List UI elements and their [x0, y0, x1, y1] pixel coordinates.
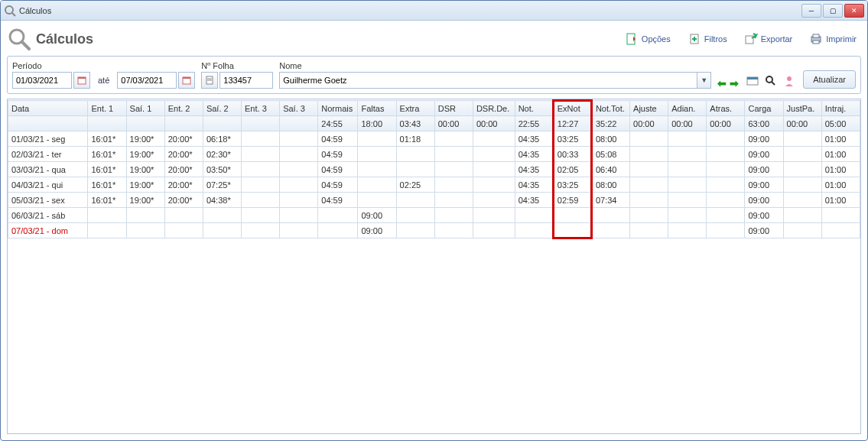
column-header[interactable]: JustPa. — [783, 101, 821, 116]
table-row[interactable]: 02/03/21 - ter16:01*19:00*20:00*02:30*04… — [8, 147, 860, 162]
atualizar-button[interactable]: Atualizar — [803, 70, 856, 89]
column-header[interactable]: Ajuste — [630, 101, 668, 116]
nome-dropdown-button[interactable]: ▼ — [697, 72, 711, 89]
table-cell[interactable] — [668, 208, 707, 223]
table-cell[interactable] — [591, 208, 629, 223]
table-cell[interactable] — [396, 223, 434, 238]
table-cell[interactable]: 09:00 — [745, 193, 783, 208]
table-cell[interactable] — [707, 147, 745, 162]
column-header[interactable]: Ent. 3 — [242, 101, 280, 116]
table-cell[interactable] — [668, 223, 707, 238]
table-cell[interactable]: 16:01* — [88, 147, 126, 162]
table-cell[interactable]: 09:00 — [745, 147, 783, 162]
table-cell[interactable] — [88, 223, 126, 238]
imprimir-button[interactable]: Imprimir — [805, 29, 861, 49]
table-cell[interactable] — [630, 131, 668, 147]
table-cell[interactable] — [358, 162, 396, 177]
table-cell[interactable]: 02/03/21 - ter — [8, 147, 88, 162]
card-icon-button[interactable] — [745, 73, 760, 89]
table-cell[interactable]: 00:33 — [553, 147, 591, 162]
table-cell[interactable]: 07/03/21 - dom — [8, 223, 88, 238]
table-cell[interactable] — [783, 193, 821, 208]
table-cell[interactable] — [396, 147, 434, 162]
column-header[interactable]: Saí. 1 — [126, 101, 164, 116]
table-cell[interactable] — [280, 223, 318, 238]
table-cell[interactable]: 01:00 — [821, 177, 860, 193]
table-cell[interactable]: 04:59 — [318, 131, 358, 147]
table-cell[interactable]: 05:08 — [591, 147, 629, 162]
table-cell[interactable]: 16:01* — [88, 162, 126, 177]
table-cell[interactable]: 07:25* — [203, 177, 241, 193]
table-cell[interactable] — [164, 223, 203, 238]
column-header[interactable]: Intraj. — [821, 101, 860, 116]
column-header[interactable]: Ent. 2 — [164, 101, 203, 116]
table-cell[interactable]: 07:34 — [591, 193, 629, 208]
periodo-start-input[interactable] — [12, 72, 72, 89]
column-header[interactable]: Not.Tot. — [591, 101, 629, 116]
table-cell[interactable] — [783, 208, 821, 223]
table-cell[interactable]: 19:00* — [126, 147, 164, 162]
table-cell[interactable] — [242, 177, 280, 193]
table-cell[interactable]: 01/03/21 - seg — [8, 131, 88, 147]
table-cell[interactable] — [630, 208, 668, 223]
table-cell[interactable]: 19:00* — [126, 193, 164, 208]
table-cell[interactable]: 03/03/21 - qua — [8, 162, 88, 177]
table-cell[interactable] — [164, 208, 203, 223]
table-cell[interactable] — [515, 223, 553, 238]
table-cell[interactable]: 03:25 — [553, 177, 591, 193]
table-cell[interactable] — [434, 131, 473, 147]
table-cell[interactable]: 03:25 — [553, 131, 591, 147]
table-cell[interactable] — [630, 193, 668, 208]
column-header[interactable]: DSR — [434, 101, 473, 116]
table-cell[interactable] — [553, 208, 591, 223]
table-cell[interactable] — [126, 208, 164, 223]
table-cell[interactable] — [668, 162, 707, 177]
table-cell[interactable]: 16:01* — [88, 177, 126, 193]
user-icon-button[interactable] — [782, 73, 797, 89]
table-cell[interactable] — [668, 177, 707, 193]
table-cell[interactable] — [630, 162, 668, 177]
table-cell[interactable] — [242, 147, 280, 162]
table-cell[interactable]: 04:35 — [515, 131, 553, 147]
search-people-icon-button[interactable] — [763, 73, 779, 89]
table-cell[interactable] — [396, 193, 434, 208]
next-arrow-button[interactable]: ➡ — [730, 78, 739, 89]
table-cell[interactable] — [553, 223, 591, 238]
calendar-end-button[interactable] — [178, 72, 195, 89]
table-cell[interactable] — [783, 223, 821, 238]
table-cell[interactable]: 04:59 — [318, 147, 358, 162]
table-cell[interactable] — [126, 223, 164, 238]
table-cell[interactable] — [88, 208, 126, 223]
table-cell[interactable]: 03:50* — [203, 162, 241, 177]
folha-icon-button[interactable] — [201, 72, 218, 89]
table-cell[interactable]: 19:00* — [126, 131, 164, 147]
table-cell[interactable]: 19:00* — [126, 177, 164, 193]
table-cell[interactable]: 08:00 — [591, 131, 629, 147]
table-cell[interactable] — [473, 208, 515, 223]
table-cell[interactable] — [630, 223, 668, 238]
table-cell[interactable] — [434, 193, 473, 208]
table-cell[interactable] — [434, 177, 473, 193]
column-header[interactable]: Not. — [515, 101, 553, 116]
table-cell[interactable] — [358, 193, 396, 208]
table-cell[interactable] — [668, 193, 707, 208]
table-cell[interactable] — [434, 223, 473, 238]
column-header[interactable]: Atras. — [707, 101, 745, 116]
table-cell[interactable] — [280, 208, 318, 223]
table-cell[interactable]: 01:18 — [396, 131, 434, 147]
table-cell[interactable]: 09:00 — [745, 208, 783, 223]
table-cell[interactable] — [821, 223, 860, 238]
table-cell[interactable] — [242, 162, 280, 177]
table-cell[interactable]: 02:59 — [553, 193, 591, 208]
table-cell[interactable] — [280, 162, 318, 177]
folha-input[interactable] — [219, 72, 273, 89]
table-cell[interactable] — [396, 162, 434, 177]
table-cell[interactable]: 04:59 — [318, 177, 358, 193]
table-cell[interactable] — [203, 223, 241, 238]
table-cell[interactable]: 08:00 — [591, 177, 629, 193]
table-row[interactable]: 03/03/21 - qua16:01*19:00*20:00*03:50*04… — [8, 162, 860, 177]
column-header[interactable]: Extra — [396, 101, 434, 116]
table-cell[interactable] — [242, 131, 280, 147]
table-cell[interactable] — [515, 208, 553, 223]
column-header[interactable]: Adian. — [668, 101, 707, 116]
